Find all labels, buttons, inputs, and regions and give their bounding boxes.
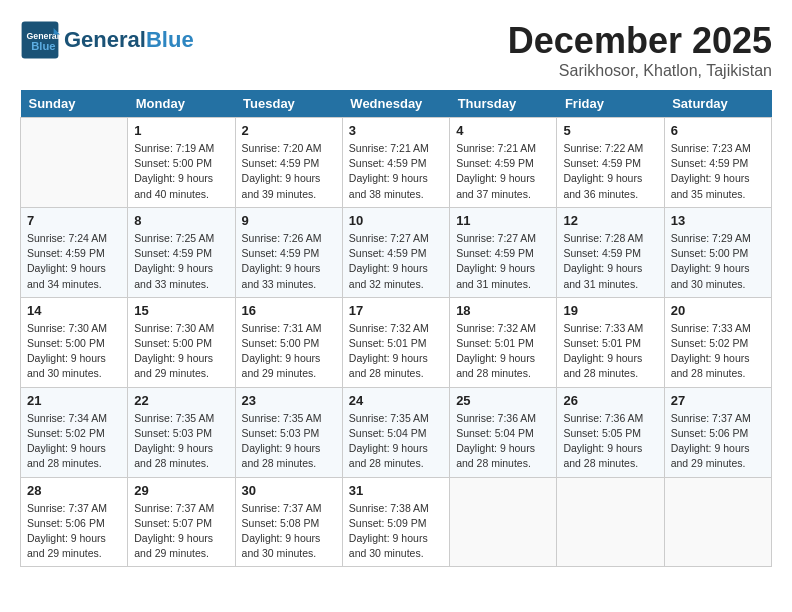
day-info: Sunrise: 7:29 AMSunset: 5:00 PMDaylight:…	[671, 231, 765, 292]
calendar-cell: 26Sunrise: 7:36 AMSunset: 5:05 PMDayligh…	[557, 387, 664, 477]
day-info: Sunrise: 7:32 AMSunset: 5:01 PMDaylight:…	[456, 321, 550, 382]
day-info: Sunrise: 7:21 AMSunset: 4:59 PMDaylight:…	[349, 141, 443, 202]
day-info: Sunrise: 7:21 AMSunset: 4:59 PMDaylight:…	[456, 141, 550, 202]
day-info: Sunrise: 7:37 AMSunset: 5:07 PMDaylight:…	[134, 501, 228, 562]
day-info: Sunrise: 7:37 AMSunset: 5:06 PMDaylight:…	[27, 501, 121, 562]
day-number: 22	[134, 393, 228, 408]
calendar-week-3: 14Sunrise: 7:30 AMSunset: 5:00 PMDayligh…	[21, 297, 772, 387]
calendar-cell: 14Sunrise: 7:30 AMSunset: 5:00 PMDayligh…	[21, 297, 128, 387]
calendar-cell: 12Sunrise: 7:28 AMSunset: 4:59 PMDayligh…	[557, 207, 664, 297]
day-info: Sunrise: 7:26 AMSunset: 4:59 PMDaylight:…	[242, 231, 336, 292]
calendar-cell: 8Sunrise: 7:25 AMSunset: 4:59 PMDaylight…	[128, 207, 235, 297]
calendar-cell: 17Sunrise: 7:32 AMSunset: 5:01 PMDayligh…	[342, 297, 449, 387]
day-info: Sunrise: 7:19 AMSunset: 5:00 PMDaylight:…	[134, 141, 228, 202]
day-info: Sunrise: 7:38 AMSunset: 5:09 PMDaylight:…	[349, 501, 443, 562]
day-number: 30	[242, 483, 336, 498]
calendar-week-2: 7Sunrise: 7:24 AMSunset: 4:59 PMDaylight…	[21, 207, 772, 297]
calendar-week-4: 21Sunrise: 7:34 AMSunset: 5:02 PMDayligh…	[21, 387, 772, 477]
day-number: 26	[563, 393, 657, 408]
calendar-cell	[21, 118, 128, 208]
day-number: 7	[27, 213, 121, 228]
calendar-cell: 31Sunrise: 7:38 AMSunset: 5:09 PMDayligh…	[342, 477, 449, 567]
day-number: 9	[242, 213, 336, 228]
calendar-cell	[557, 477, 664, 567]
weekday-header-wednesday: Wednesday	[342, 90, 449, 118]
day-info: Sunrise: 7:22 AMSunset: 4:59 PMDaylight:…	[563, 141, 657, 202]
calendar-cell: 25Sunrise: 7:36 AMSunset: 5:04 PMDayligh…	[450, 387, 557, 477]
calendar-cell: 20Sunrise: 7:33 AMSunset: 5:02 PMDayligh…	[664, 297, 771, 387]
day-number: 4	[456, 123, 550, 138]
day-info: Sunrise: 7:35 AMSunset: 5:03 PMDaylight:…	[242, 411, 336, 472]
weekday-header-thursday: Thursday	[450, 90, 557, 118]
day-number: 31	[349, 483, 443, 498]
logo: General Blue GeneralBlue	[20, 20, 194, 60]
calendar-week-5: 28Sunrise: 7:37 AMSunset: 5:06 PMDayligh…	[21, 477, 772, 567]
calendar-table: SundayMondayTuesdayWednesdayThursdayFrid…	[20, 90, 772, 567]
calendar-cell: 5Sunrise: 7:22 AMSunset: 4:59 PMDaylight…	[557, 118, 664, 208]
day-number: 6	[671, 123, 765, 138]
calendar-cell: 15Sunrise: 7:30 AMSunset: 5:00 PMDayligh…	[128, 297, 235, 387]
day-number: 8	[134, 213, 228, 228]
day-info: Sunrise: 7:37 AMSunset: 5:08 PMDaylight:…	[242, 501, 336, 562]
weekday-header-monday: Monday	[128, 90, 235, 118]
day-number: 19	[563, 303, 657, 318]
day-number: 12	[563, 213, 657, 228]
day-info: Sunrise: 7:36 AMSunset: 5:05 PMDaylight:…	[563, 411, 657, 472]
day-info: Sunrise: 7:36 AMSunset: 5:04 PMDaylight:…	[456, 411, 550, 472]
day-number: 21	[27, 393, 121, 408]
day-info: Sunrise: 7:30 AMSunset: 5:00 PMDaylight:…	[27, 321, 121, 382]
calendar-cell	[450, 477, 557, 567]
calendar-cell: 21Sunrise: 7:34 AMSunset: 5:02 PMDayligh…	[21, 387, 128, 477]
logo-general: General	[64, 27, 146, 52]
day-number: 3	[349, 123, 443, 138]
calendar-cell: 6Sunrise: 7:23 AMSunset: 4:59 PMDaylight…	[664, 118, 771, 208]
day-info: Sunrise: 7:23 AMSunset: 4:59 PMDaylight:…	[671, 141, 765, 202]
calendar-cell: 2Sunrise: 7:20 AMSunset: 4:59 PMDaylight…	[235, 118, 342, 208]
day-info: Sunrise: 7:31 AMSunset: 5:00 PMDaylight:…	[242, 321, 336, 382]
day-info: Sunrise: 7:25 AMSunset: 4:59 PMDaylight:…	[134, 231, 228, 292]
day-number: 24	[349, 393, 443, 408]
calendar-week-1: 1Sunrise: 7:19 AMSunset: 5:00 PMDaylight…	[21, 118, 772, 208]
day-info: Sunrise: 7:20 AMSunset: 4:59 PMDaylight:…	[242, 141, 336, 202]
calendar-cell: 7Sunrise: 7:24 AMSunset: 4:59 PMDaylight…	[21, 207, 128, 297]
day-number: 25	[456, 393, 550, 408]
calendar-cell: 13Sunrise: 7:29 AMSunset: 5:00 PMDayligh…	[664, 207, 771, 297]
svg-text:Blue: Blue	[31, 40, 55, 52]
day-number: 16	[242, 303, 336, 318]
day-number: 1	[134, 123, 228, 138]
day-number: 14	[27, 303, 121, 318]
day-number: 11	[456, 213, 550, 228]
calendar-cell: 29Sunrise: 7:37 AMSunset: 5:07 PMDayligh…	[128, 477, 235, 567]
calendar-cell: 30Sunrise: 7:37 AMSunset: 5:08 PMDayligh…	[235, 477, 342, 567]
day-info: Sunrise: 7:32 AMSunset: 5:01 PMDaylight:…	[349, 321, 443, 382]
day-info: Sunrise: 7:28 AMSunset: 4:59 PMDaylight:…	[563, 231, 657, 292]
day-info: Sunrise: 7:27 AMSunset: 4:59 PMDaylight:…	[349, 231, 443, 292]
day-info: Sunrise: 7:35 AMSunset: 5:04 PMDaylight:…	[349, 411, 443, 472]
calendar-cell: 18Sunrise: 7:32 AMSunset: 5:01 PMDayligh…	[450, 297, 557, 387]
day-number: 15	[134, 303, 228, 318]
calendar-cell: 4Sunrise: 7:21 AMSunset: 4:59 PMDaylight…	[450, 118, 557, 208]
day-info: Sunrise: 7:35 AMSunset: 5:03 PMDaylight:…	[134, 411, 228, 472]
calendar-cell: 28Sunrise: 7:37 AMSunset: 5:06 PMDayligh…	[21, 477, 128, 567]
calendar-cell: 11Sunrise: 7:27 AMSunset: 4:59 PMDayligh…	[450, 207, 557, 297]
weekday-header-tuesday: Tuesday	[235, 90, 342, 118]
logo-icon: General Blue	[20, 20, 60, 60]
calendar-cell: 19Sunrise: 7:33 AMSunset: 5:01 PMDayligh…	[557, 297, 664, 387]
calendar-cell: 27Sunrise: 7:37 AMSunset: 5:06 PMDayligh…	[664, 387, 771, 477]
calendar-cell: 10Sunrise: 7:27 AMSunset: 4:59 PMDayligh…	[342, 207, 449, 297]
weekday-header-row: SundayMondayTuesdayWednesdayThursdayFrid…	[21, 90, 772, 118]
calendar-cell: 22Sunrise: 7:35 AMSunset: 5:03 PMDayligh…	[128, 387, 235, 477]
calendar-cell: 16Sunrise: 7:31 AMSunset: 5:00 PMDayligh…	[235, 297, 342, 387]
weekday-header-sunday: Sunday	[21, 90, 128, 118]
month-title: December 2025	[508, 20, 772, 62]
calendar-cell	[664, 477, 771, 567]
day-number: 23	[242, 393, 336, 408]
location-title: Sarikhosor, Khatlon, Tajikistan	[508, 62, 772, 80]
day-info: Sunrise: 7:27 AMSunset: 4:59 PMDaylight:…	[456, 231, 550, 292]
day-number: 18	[456, 303, 550, 318]
calendar-cell: 3Sunrise: 7:21 AMSunset: 4:59 PMDaylight…	[342, 118, 449, 208]
weekday-header-friday: Friday	[557, 90, 664, 118]
day-info: Sunrise: 7:30 AMSunset: 5:00 PMDaylight:…	[134, 321, 228, 382]
weekday-header-saturday: Saturday	[664, 90, 771, 118]
day-number: 2	[242, 123, 336, 138]
